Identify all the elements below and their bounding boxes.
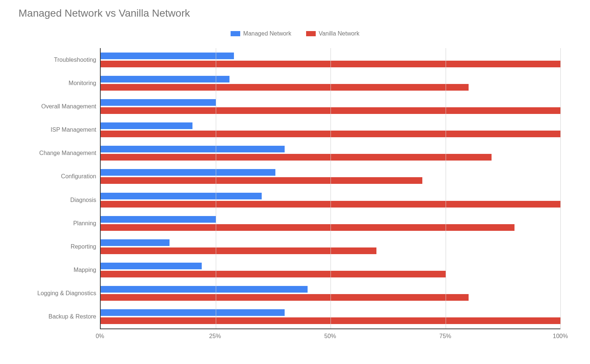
bar [101,122,192,129]
bar [101,263,202,269]
gridline [331,48,331,328]
bar [101,146,285,152]
x-tick-label: 25% [209,333,221,340]
bar [101,309,285,316]
legend-swatch-vanilla [306,31,316,36]
bar [101,271,446,277]
legend-item-managed: Managed Network [231,30,291,37]
category-label: Monitoring [68,80,101,87]
gridline [446,48,446,328]
bar [101,286,308,293]
bar [101,239,170,246]
bar [101,294,469,301]
chart-container: TroubleshootingMonitoringOverall Managem… [22,48,560,344]
legend-label-managed: Managed Network [243,30,291,37]
legend-label-vanilla: Vanilla Network [319,30,359,37]
x-tick-label: 50% [324,333,336,340]
legend: Managed Network Vanilla Network [15,30,575,37]
category-label: Planning [73,220,101,227]
category-label: Diagnosis [70,197,101,203]
bar [101,154,492,161]
category-label: Troubleshooting [54,57,101,63]
x-tick-label: 0% [95,333,104,340]
bar [101,224,514,231]
plot-area: TroubleshootingMonitoringOverall Managem… [100,48,560,329]
bar [101,216,216,223]
x-tick-label: 100% [553,333,568,340]
x-tick-label: 75% [439,333,451,340]
category-label: ISP Management [51,127,101,133]
bar [101,177,422,184]
legend-item-vanilla: Vanilla Network [306,30,359,37]
category-label: Change Management [39,150,101,156]
category-label: Backup & Restore [48,313,101,320]
category-label: Overall Management [41,103,101,110]
category-label: Configuration [61,173,101,180]
bar [101,53,234,59]
category-label: Reporting [71,243,101,250]
bar [101,76,229,82]
bar [101,169,275,176]
bar [101,84,469,91]
gridline [216,48,216,328]
legend-swatch-managed [231,31,240,36]
category-label: Logging & Diagnostics [37,290,101,297]
chart-title: Managed Network vs Vanilla Network [19,7,575,19]
bar [101,247,376,254]
bar [101,193,262,199]
gridline [560,48,561,328]
x-axis: 0%25%50%75%100% [100,329,560,344]
category-label: Mapping [74,267,101,273]
bar [101,99,216,106]
